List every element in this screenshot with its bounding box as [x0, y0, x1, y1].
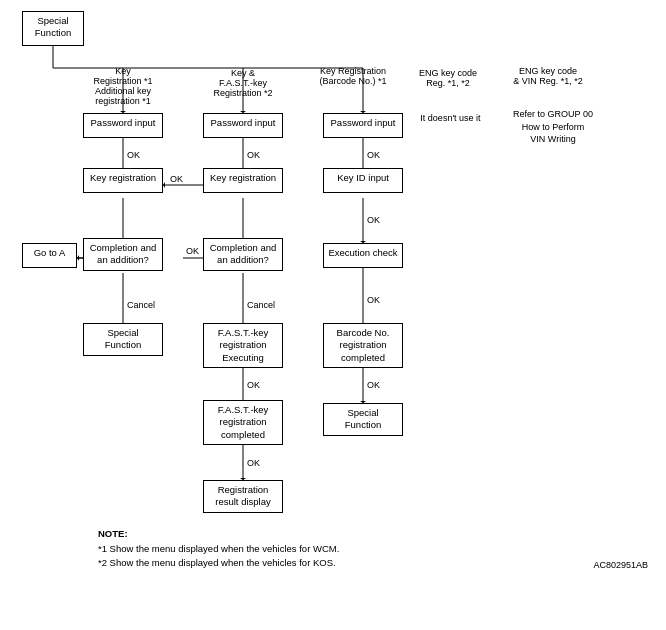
- special-function-2: SpecialFunction: [323, 403, 403, 436]
- col1-header-label: KeyRegistration *1Additional keyregistra…: [83, 66, 163, 106]
- svg-text:OK: OK: [247, 458, 260, 468]
- flow-diagram: OK OK OK OK OK: [8, 8, 658, 578]
- svg-text:OK: OK: [367, 380, 380, 390]
- col5-note: Refer to GROUP 00How to PerformVIN Writi…: [503, 108, 603, 146]
- svg-text:OK: OK: [170, 174, 183, 184]
- password-input-2: Password input: [203, 113, 283, 138]
- fast-key-completed: F.A.S.T.-keyregistrationcompleted: [203, 400, 283, 445]
- password-input-1: Password input: [83, 113, 163, 138]
- note-title: NOTE:: [98, 527, 339, 541]
- svg-text:OK: OK: [247, 150, 260, 160]
- svg-text:Cancel: Cancel: [127, 300, 155, 310]
- note-line-2: *2 Show the menu displayed when the vehi…: [98, 556, 339, 570]
- note-section: NOTE: *1 Show the menu displayed when th…: [98, 527, 339, 570]
- completion-addition-1: Completion andan addition?: [83, 238, 163, 271]
- password-input-3: Password input: [323, 113, 403, 138]
- col4-note: It doesn't use it: [408, 113, 493, 123]
- svg-text:Cancel: Cancel: [247, 300, 275, 310]
- go-to-a: Go to A: [22, 243, 77, 268]
- svg-text:OK: OK: [186, 246, 199, 256]
- col4-header-label: ENG key codeReg. *1, *2: [408, 68, 488, 88]
- execution-check: Execution check: [323, 243, 403, 268]
- reference-label: AC802951AB: [593, 560, 648, 570]
- completion-addition-2: Completion andan addition?: [203, 238, 283, 271]
- svg-text:OK: OK: [367, 295, 380, 305]
- registration-result-display: Registrationresult display: [203, 480, 283, 513]
- svg-text:OK: OK: [127, 150, 140, 160]
- svg-text:OK: OK: [247, 380, 260, 390]
- svg-text:OK: OK: [367, 215, 380, 225]
- svg-text:OK: OK: [367, 150, 380, 160]
- special-function-1: SpecialFunction: [83, 323, 163, 356]
- fast-key-executing: F.A.S.T.-keyregistrationExecuting: [203, 323, 283, 368]
- special-function-top: Special Function: [22, 11, 84, 46]
- key-registration-1: Key registration: [83, 168, 163, 193]
- key-registration-2: Key registration: [203, 168, 283, 193]
- barcode-registration-completed: Barcode No.registrationcompleted: [323, 323, 403, 368]
- svg-marker-22: [163, 182, 165, 188]
- page: OK OK OK OK OK: [0, 0, 666, 630]
- note-line-1: *1 Show the menu displayed when the vehi…: [98, 542, 339, 556]
- svg-marker-35: [77, 255, 79, 261]
- key-id-input: Key ID input: [323, 168, 403, 193]
- col3-header-label: Key Registration(Barcode No.) *1: [303, 66, 403, 86]
- col2-header-label: Key &F.A.S.T.-keyRegistration *2: [203, 68, 283, 98]
- col5-header-label: ENG key code& VIN Reg. *1, *2: [503, 66, 593, 86]
